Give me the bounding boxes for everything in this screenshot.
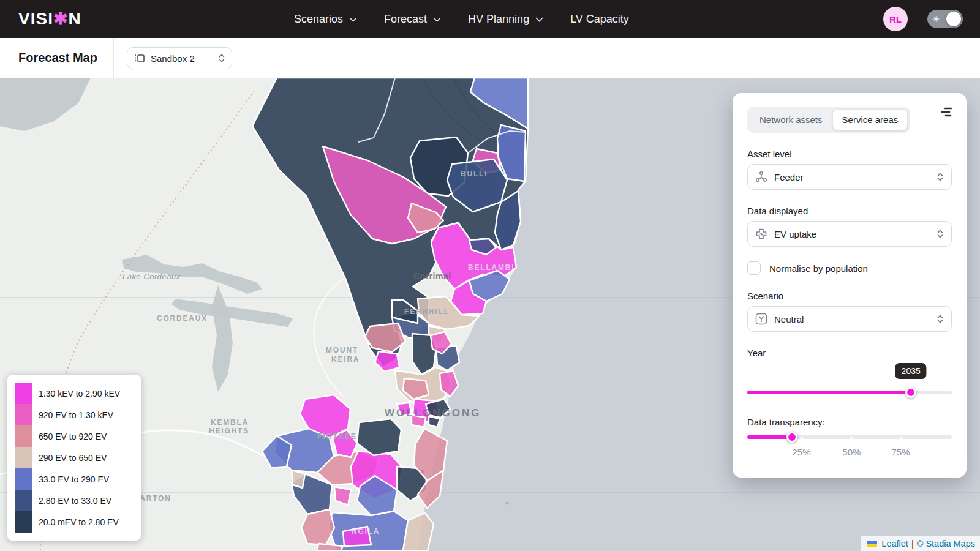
slider-tick-label: 50%	[842, 447, 861, 457]
toggle-knob[interactable]	[946, 12, 961, 26]
workspace-name: Sandbox 2	[151, 53, 213, 64]
tab-service-areas[interactable]: Service areas	[832, 109, 908, 130]
legend-label: 290 EV to 650 EV	[39, 453, 107, 463]
map-settings-panel: Network assetsService areas Asset level …	[733, 93, 967, 478]
map-place-label: KEIRA	[331, 355, 360, 364]
transparency-slider-knob[interactable]	[786, 432, 797, 443]
map-legend: 1.30 kEV to 2.90 kEV920 EV to 1.30 kEV65…	[7, 375, 141, 541]
legend-label: 920 EV to 1.30 kEV	[39, 410, 113, 420]
transparency-label: Data transparency:	[747, 417, 952, 427]
chevron-down-icon	[535, 17, 543, 22]
user-avatar[interactable]: RL	[883, 7, 908, 31]
asset-level-label: Asset level	[747, 149, 952, 159]
legend-swatch	[15, 425, 32, 447]
data-displayed-value: EV uptake	[774, 229, 930, 239]
asset-level-select[interactable]: Feeder	[747, 164, 952, 190]
stadia-maps-link[interactable]: © Stadia Maps	[917, 539, 975, 549]
nav-item-lv-capacity[interactable]: LV Capacity	[570, 13, 629, 26]
map-place-label: BULLI	[461, 170, 488, 178]
workspace-selector[interactable]: Sandbox 2	[127, 47, 232, 69]
year-slider-fill	[747, 391, 911, 394]
legend-row: 20.0 mEV to 2.80 EV	[15, 511, 137, 533]
chevron-down-icon	[433, 17, 441, 22]
map-place-label: KEMBLA	[211, 418, 249, 427]
map-place-label: NGILA	[352, 527, 380, 536]
year-slider[interactable]: 2035	[747, 386, 952, 399]
tab-network-assets[interactable]: Network assets	[750, 109, 832, 130]
year-value-tooltip: 2035	[895, 363, 927, 379]
data-displayed-label: Data displayed	[747, 206, 952, 216]
normalise-row: Normalise by population	[747, 261, 952, 275]
logo-star-icon: ✱	[53, 9, 68, 28]
sun-icon: ☀	[932, 15, 940, 23]
chevron-down-icon	[349, 17, 357, 22]
legend-row: 33.0 EV to 290 EV	[15, 468, 137, 490]
legend-swatch	[15, 490, 32, 511]
map-place-label: HEIGHTS	[209, 427, 249, 435]
nav-item-scenarios[interactable]: Scenarios	[294, 13, 357, 26]
sandbox-icon	[134, 53, 145, 64]
chevron-updown-icon	[218, 53, 225, 63]
slider-tick	[850, 437, 853, 440]
legend-label: 1.30 kEV to 2.90 kEV	[39, 389, 120, 399]
legend-label: 650 EV to 920 EV	[39, 432, 107, 441]
scenario-label: Scenario	[747, 291, 952, 301]
leaflet-link[interactable]: Leaflet	[881, 539, 908, 549]
layer-tabs: Network assetsService areas	[747, 107, 910, 133]
theme-toggle[interactable]: ☀	[927, 10, 963, 28]
toolbar: Forecast Map Sandbox 2	[0, 38, 980, 78]
legend-row: 920 EV to 1.30 kEV	[15, 404, 137, 425]
legend-row: 290 EV to 650 EV	[15, 447, 137, 468]
map-region[interactable]	[292, 470, 305, 488]
legend-swatch	[15, 404, 32, 425]
transparency-tick-labels: 25%50%75%	[747, 447, 952, 459]
normalise-checkbox[interactable]	[747, 261, 761, 275]
map-place-label: CORDEAUX	[157, 314, 208, 323]
map-place-label: BELLAMBI	[468, 263, 514, 272]
data-displayed-select[interactable]: EV uptake	[747, 221, 952, 247]
legend-row: 1.30 kEV to 2.90 kEV	[15, 383, 137, 404]
map-attribution: Leaflet | © Stadia Maps	[861, 536, 980, 551]
legend-label: 20.0 mEV to 2.80 EV	[39, 517, 119, 527]
attribution-separator: |	[911, 539, 914, 549]
legend-label: 2.80 EV to 33.0 EV	[39, 496, 111, 506]
map-island	[506, 502, 509, 505]
map-place-label: Lake Cordeaux	[123, 272, 181, 281]
legend-swatch	[15, 447, 32, 468]
map-place-label: Corrimal	[413, 271, 451, 281]
scenario-select[interactable]: Neutral	[747, 306, 952, 332]
legend-swatch	[15, 468, 32, 490]
chevron-updown-icon	[937, 229, 944, 239]
slider-tick-label: 25%	[792, 447, 810, 457]
slider-tick	[800, 437, 803, 440]
legend-swatch	[15, 511, 32, 533]
scenario-branch-icon	[755, 313, 767, 325]
page-title: Forecast Map	[18, 38, 97, 78]
scenario-value: Neutral	[774, 314, 930, 324]
app-logo[interactable]: VISI✱N	[18, 9, 81, 29]
asset-level-value: Feeder	[774, 172, 930, 182]
transparency-slider[interactable]	[747, 431, 952, 443]
map-place-label: MOUNT	[326, 346, 358, 354]
top-nav-bar: VISI✱N ScenariosForecastHV PlanningLV Ca…	[0, 0, 980, 38]
year-slider-knob[interactable]	[905, 387, 916, 398]
ev-uptake-icon	[755, 228, 767, 240]
filter-lines-icon[interactable]	[941, 107, 954, 118]
year-label: Year	[747, 348, 952, 358]
legend-row: 650 EV to 920 EV	[15, 425, 137, 447]
toolbar-divider	[113, 38, 114, 78]
legend-label: 33.0 EV to 290 EV	[39, 474, 109, 484]
slider-tick	[899, 437, 902, 440]
normalise-label: Normalise by population	[769, 263, 868, 274]
map-place-label: FERNHILL	[404, 307, 450, 316]
map-place-label: WOLLONGONG	[385, 407, 481, 419]
nav-item-forecast[interactable]: Forecast	[384, 13, 441, 26]
ukraine-flag-icon	[867, 541, 877, 547]
slider-tick-label: 75%	[891, 447, 910, 457]
chevron-updown-icon	[937, 172, 944, 182]
nav-item-hv-planning[interactable]: HV Planning	[468, 13, 543, 26]
legend-swatch	[15, 383, 32, 404]
feeder-network-icon	[755, 171, 767, 183]
chevron-updown-icon	[937, 314, 944, 324]
main-nav: ScenariosForecastHV PlanningLV Capacity	[294, 0, 629, 38]
